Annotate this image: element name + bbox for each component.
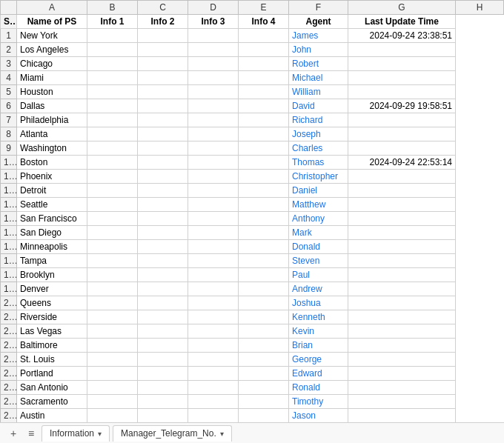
cell-name-8[interactable]: Atlanta bbox=[17, 127, 87, 141]
cell-agent-15[interactable]: Mark bbox=[289, 226, 348, 240]
cell-info3-25[interactable] bbox=[188, 367, 239, 381]
cell-agent-26[interactable]: Ronald bbox=[289, 381, 348, 395]
tab-information-dropdown[interactable]: ▾ bbox=[98, 430, 102, 438]
cell-info1-4[interactable] bbox=[87, 71, 138, 85]
cell-info4-21[interactable] bbox=[239, 310, 289, 324]
cell-agent-9[interactable]: Charles bbox=[289, 141, 348, 156]
cell-agent-19[interactable]: Andrew bbox=[289, 282, 348, 296]
cell-info2-15[interactable] bbox=[138, 226, 188, 240]
cell-agent-24[interactable]: George bbox=[289, 353, 348, 367]
cell-name-1[interactable]: New York bbox=[17, 29, 87, 43]
cell-info1-2[interactable] bbox=[87, 43, 138, 57]
cell-info3-14[interactable] bbox=[188, 212, 239, 226]
cell-info3-23[interactable] bbox=[188, 339, 239, 353]
cell-info1-17[interactable] bbox=[87, 254, 138, 268]
cell-timestamp-6[interactable]: 2024-09-29 19:58:51 bbox=[348, 99, 456, 113]
cell-info4-17[interactable] bbox=[239, 254, 289, 268]
cell-timestamp-5[interactable] bbox=[348, 85, 456, 99]
cell-info4-2[interactable] bbox=[239, 43, 289, 57]
cell-info1-20[interactable] bbox=[87, 296, 138, 310]
cell-name-4[interactable]: Miami bbox=[17, 71, 87, 85]
cell-info2-28[interactable] bbox=[138, 409, 188, 423]
cell-name-7[interactable]: Philadelphia bbox=[17, 113, 87, 127]
cell-info4-26[interactable] bbox=[239, 381, 289, 395]
cell-info4-4[interactable] bbox=[239, 71, 289, 85]
cell-timestamp-19[interactable] bbox=[348, 282, 456, 296]
cell-timestamp-10[interactable]: 2024-09-24 22:53:14 bbox=[348, 156, 456, 170]
cell-info4-11[interactable] bbox=[239, 170, 289, 184]
cell-info4-23[interactable] bbox=[239, 339, 289, 353]
cell-info3-24[interactable] bbox=[188, 353, 239, 367]
cell-name-15[interactable]: San Diego bbox=[17, 226, 87, 240]
cell-info4-9[interactable] bbox=[239, 141, 289, 156]
cell-info1-11[interactable] bbox=[87, 170, 138, 184]
cell-name-17[interactable]: Tampa bbox=[17, 254, 87, 268]
cell-name-10[interactable]: Boston bbox=[17, 156, 87, 170]
cell-info4-16[interactable] bbox=[239, 240, 289, 254]
cell-info4-6[interactable] bbox=[239, 99, 289, 113]
cell-info2-6[interactable] bbox=[138, 99, 188, 113]
cell-info3-6[interactable] bbox=[188, 99, 239, 113]
cell-name-11[interactable]: Phoenix bbox=[17, 170, 87, 184]
cell-name-6[interactable]: Dallas bbox=[17, 99, 87, 113]
cell-info2-7[interactable] bbox=[138, 113, 188, 127]
cell-name-14[interactable]: San Francisco bbox=[17, 212, 87, 226]
cell-name-19[interactable]: Denver bbox=[17, 282, 87, 296]
cell-info1-1[interactable] bbox=[87, 29, 138, 43]
cell-timestamp-11[interactable] bbox=[348, 170, 456, 184]
cell-info4-19[interactable] bbox=[239, 282, 289, 296]
cell-info1-25[interactable] bbox=[87, 367, 138, 381]
cell-timestamp-24[interactable] bbox=[348, 353, 456, 367]
cell-agent-2[interactable]: John bbox=[289, 43, 348, 57]
cell-name-2[interactable]: Los Angeles bbox=[17, 43, 87, 57]
cell-timestamp-15[interactable] bbox=[348, 226, 456, 240]
cell-agent-17[interactable]: Steven bbox=[289, 254, 348, 268]
cell-timestamp-4[interactable] bbox=[348, 71, 456, 85]
cell-info3-9[interactable] bbox=[188, 141, 239, 156]
cell-timestamp-17[interactable] bbox=[348, 254, 456, 268]
cell-name-12[interactable]: Detroit bbox=[17, 184, 87, 198]
cell-agent-20[interactable]: Joshua bbox=[289, 296, 348, 310]
cell-info2-3[interactable] bbox=[138, 57, 188, 71]
tab-manager-telegram[interactable]: Manager_Telegram_No. ▾ bbox=[113, 425, 232, 442]
cell-info3-28[interactable] bbox=[188, 409, 239, 423]
cell-info1-15[interactable] bbox=[87, 226, 138, 240]
cell-agent-22[interactable]: Kevin bbox=[289, 324, 348, 339]
cell-info1-14[interactable] bbox=[87, 212, 138, 226]
cell-info4-5[interactable] bbox=[239, 85, 289, 99]
cell-info1-8[interactable] bbox=[87, 127, 138, 141]
cell-timestamp-1[interactable]: 2024-09-24 23:38:51 bbox=[348, 29, 456, 43]
cell-info4-1[interactable] bbox=[239, 29, 289, 43]
cell-info1-7[interactable] bbox=[87, 113, 138, 127]
cell-name-9[interactable]: Washington bbox=[17, 141, 87, 156]
cell-info3-1[interactable] bbox=[188, 29, 239, 43]
cell-info3-8[interactable] bbox=[188, 127, 239, 141]
tab-information[interactable]: Information ▾ bbox=[42, 425, 110, 442]
cell-name-22[interactable]: Las Vegas bbox=[17, 324, 87, 339]
cell-agent-12[interactable]: Daniel bbox=[289, 184, 348, 198]
cell-timestamp-21[interactable] bbox=[348, 310, 456, 324]
cell-info3-13[interactable] bbox=[188, 198, 239, 212]
cell-info2-11[interactable] bbox=[138, 170, 188, 184]
cell-info3-21[interactable] bbox=[188, 310, 239, 324]
cell-info1-23[interactable] bbox=[87, 339, 138, 353]
cell-name-25[interactable]: Portland bbox=[17, 367, 87, 381]
cell-info3-27[interactable] bbox=[188, 395, 239, 409]
cell-info2-18[interactable] bbox=[138, 268, 188, 282]
cell-name-23[interactable]: Baltimore bbox=[17, 339, 87, 353]
cell-timestamp-3[interactable] bbox=[348, 57, 456, 71]
cell-name-26[interactable]: San Antonio bbox=[17, 381, 87, 395]
cell-name-24[interactable]: St. Louis bbox=[17, 353, 87, 367]
cell-timestamp-7[interactable] bbox=[348, 113, 456, 127]
cell-agent-25[interactable]: Edward bbox=[289, 367, 348, 381]
cell-agent-14[interactable]: Anthony bbox=[289, 212, 348, 226]
cell-info3-17[interactable] bbox=[188, 254, 239, 268]
spreadsheet-scroll[interactable]: ABCDEFGH SN Name of PSInfo 1Info 2Info 3… bbox=[0, 0, 504, 422]
cell-agent-23[interactable]: Brian bbox=[289, 339, 348, 353]
cell-info2-2[interactable] bbox=[138, 43, 188, 57]
cell-info4-15[interactable] bbox=[239, 226, 289, 240]
cell-agent-11[interactable]: Christopher bbox=[289, 170, 348, 184]
cell-agent-7[interactable]: Richard bbox=[289, 113, 348, 127]
cell-info3-16[interactable] bbox=[188, 240, 239, 254]
cell-info2-20[interactable] bbox=[138, 296, 188, 310]
